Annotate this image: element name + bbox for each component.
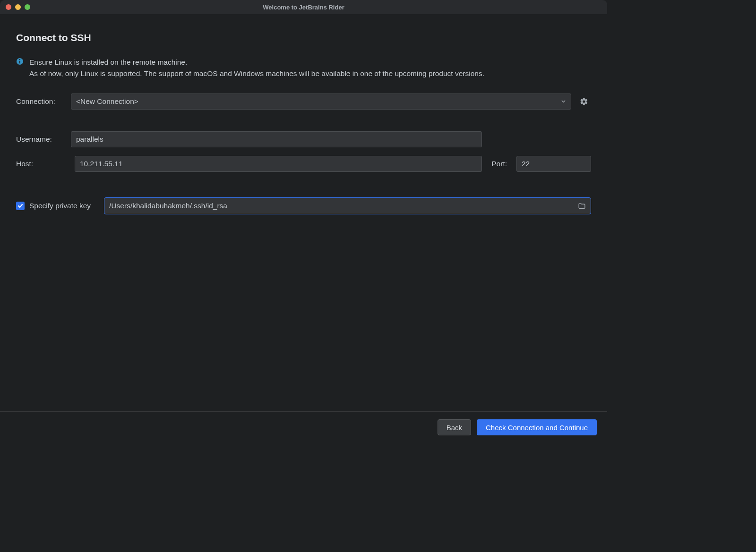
info-icon xyxy=(16,57,25,65)
footer: Back Check Connection and Continue xyxy=(0,411,607,444)
connection-row: Connection: <New Connection> xyxy=(16,93,591,110)
back-button-label: Back xyxy=(447,424,462,432)
check-connection-button[interactable]: Check Connection and Continue xyxy=(477,419,597,435)
host-row: Host: Port: xyxy=(16,156,591,172)
port-input[interactable] xyxy=(516,156,591,172)
chevron-down-icon xyxy=(561,97,566,106)
connection-label: Connection: xyxy=(16,97,65,106)
svg-point-2 xyxy=(19,59,20,60)
svg-rect-1 xyxy=(19,61,20,64)
gear-icon xyxy=(580,97,588,106)
main-content: Connect to SSH Ensure Linux is installed… xyxy=(0,14,607,214)
window-title: Welcome to JetBrains Rider xyxy=(0,4,607,11)
private-key-field[interactable] xyxy=(104,197,591,214)
username-input[interactable] xyxy=(71,131,482,147)
check-icon xyxy=(17,203,23,209)
private-key-input[interactable] xyxy=(109,202,578,210)
back-button[interactable]: Back xyxy=(438,419,471,435)
maximize-window-button[interactable] xyxy=(25,4,30,10)
info-text: Ensure Linux is installed on the remote … xyxy=(29,57,484,79)
connection-settings-button[interactable] xyxy=(577,94,591,109)
page-title: Connect to SSH xyxy=(16,32,591,43)
folder-icon xyxy=(578,202,586,210)
connection-select[interactable]: <New Connection> xyxy=(71,93,571,110)
info-line-1: Ensure Linux is installed on the remote … xyxy=(29,58,187,66)
port-label: Port: xyxy=(491,160,507,168)
titlebar: Welcome to JetBrains Rider xyxy=(0,0,607,14)
private-key-row: Specify private key xyxy=(16,197,591,214)
username-row: Username: xyxy=(16,131,591,147)
browse-key-button[interactable] xyxy=(578,202,586,210)
close-window-button[interactable] xyxy=(6,4,11,10)
host-input[interactable] xyxy=(75,156,482,172)
minimize-window-button[interactable] xyxy=(15,4,21,10)
check-connection-label: Check Connection and Continue xyxy=(486,424,588,432)
specify-key-checkbox[interactable] xyxy=(16,202,25,210)
window-controls xyxy=(6,4,30,10)
connection-selected-value: <New Connection> xyxy=(76,97,138,106)
host-label: Host: xyxy=(16,160,65,168)
info-banner: Ensure Linux is installed on the remote … xyxy=(16,57,591,79)
username-label: Username: xyxy=(16,135,65,144)
info-line-2: As of now, only Linux is supported. The … xyxy=(29,69,484,77)
specify-key-checkbox-wrap[interactable]: Specify private key xyxy=(16,202,91,210)
specify-key-label: Specify private key xyxy=(29,202,91,210)
